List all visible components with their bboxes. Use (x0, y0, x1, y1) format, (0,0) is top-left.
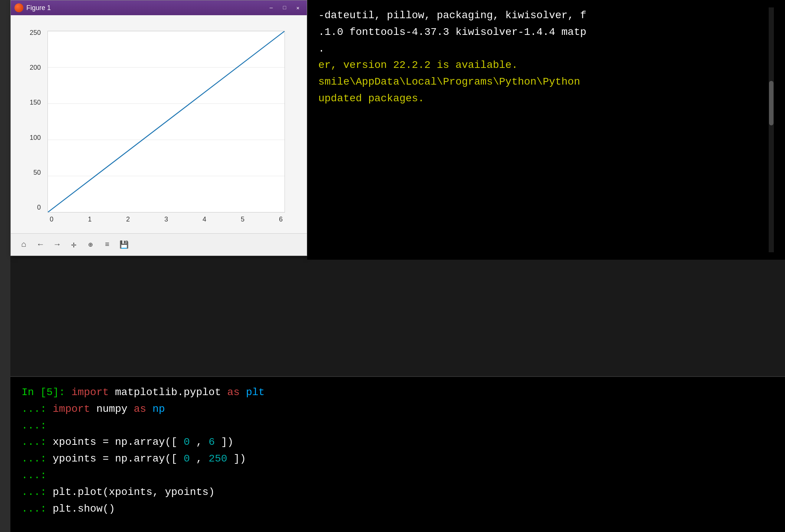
figure-toolbar: ⌂ ← → ✛ ⊕ ≡ 💾 (11, 233, 307, 256)
jupyter-code-area: In [5]: import matplotlib.pyplot as plt … (10, 376, 785, 532)
x-label-5: 5 (241, 216, 244, 223)
y-label-50: 50 (33, 169, 41, 177)
back-button[interactable]: ← (33, 237, 48, 252)
x-label-0: 0 (50, 216, 53, 223)
code-line-show: ...: plt.show() (22, 501, 774, 518)
code-line-plot: ...: plt.plot(xpoints, ypoints) (22, 484, 774, 501)
terminal-line-3: . (318, 41, 774, 58)
figure-window: Figure 1 — □ ✕ 250 200 150 100 50 0 (10, 0, 307, 256)
terminal-line-6: updated packages. (318, 91, 774, 107)
y-label-100: 100 (30, 134, 41, 142)
figure-titlebar: Figure 1 — □ ✕ (11, 0, 307, 15)
scrollbar-thumb[interactable] (769, 81, 773, 125)
window-controls: — □ ✕ (266, 4, 303, 12)
left-sidebar (0, 0, 10, 532)
forward-button[interactable]: → (50, 237, 65, 252)
figure-title: Figure 1 (26, 4, 266, 12)
save-button[interactable]: 💾 (116, 237, 131, 252)
maximize-button[interactable]: □ (279, 4, 290, 12)
x-label-1: 1 (88, 216, 92, 223)
zoom-button[interactable]: ⊕ (83, 237, 98, 252)
scrollbar[interactable] (769, 7, 774, 252)
chart-svg (48, 31, 285, 212)
terminal-line-4: er, version 22.2.2 is available. (318, 57, 774, 74)
code-line-blank2: ...: (22, 467, 774, 484)
code-line-xpoints: ...: xpoints = np.array([ 0 , 6 ]) (22, 434, 774, 451)
minimize-button[interactable]: — (266, 4, 276, 12)
terminal-line-2: .1.0 fonttools-4.37.3 kiwisolver-1.4.4 m… (318, 24, 774, 41)
svg-line-6 (48, 31, 285, 212)
terminal-line-5: smile\AppData\Local\Programs\Python\Pyth… (318, 74, 774, 91)
x-label-6: 6 (279, 216, 283, 223)
terminal-line-1: -dateutil, pillow, packaging, kiwisolver… (318, 7, 774, 24)
code-line-blank1: ...: (22, 418, 774, 434)
close-button[interactable]: ✕ (293, 4, 303, 12)
code-line-in5: In [5]: import matplotlib.pyplot as plt (22, 384, 774, 401)
pan-button[interactable]: ✛ (66, 237, 81, 252)
code-line-ypoints: ...: ypoints = np.array([ 0 , 250 ]) (22, 451, 774, 467)
code-line-np: ...: import numpy as np (22, 401, 774, 418)
y-label-200: 200 (30, 64, 41, 72)
x-label-3: 3 (164, 216, 168, 223)
y-label-0: 0 (37, 204, 41, 211)
y-label-250: 250 (30, 29, 41, 37)
plot-container: 250 200 150 100 50 0 (11, 15, 307, 233)
configure-button[interactable]: ≡ (100, 237, 115, 252)
x-label-4: 4 (203, 216, 206, 223)
terminal-upper: -dateutil, pillow, packaging, kiwisolver… (307, 0, 785, 260)
y-label-150: 150 (30, 99, 41, 106)
home-button[interactable]: ⌂ (16, 237, 31, 252)
x-label-2: 2 (126, 216, 130, 223)
matplotlib-icon (14, 3, 23, 12)
